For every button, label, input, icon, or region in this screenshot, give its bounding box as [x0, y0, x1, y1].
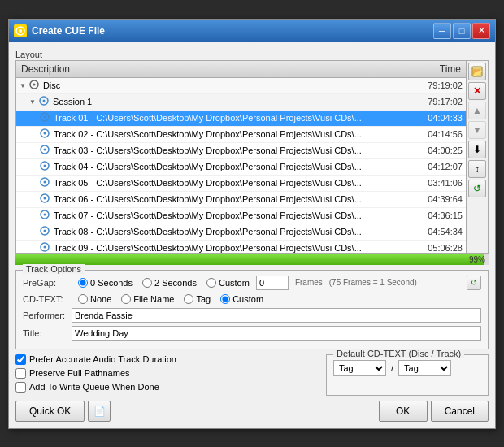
add-button[interactable]: 📂: [468, 63, 486, 80]
pregap-0sec: 0 Seconds: [78, 278, 133, 288]
accurate-label: Prefer Accurate Audio Track Duration: [29, 354, 176, 364]
track-description: Track 09 - C:\Users\Scott\Desktop\My Dro…: [54, 243, 414, 253]
track-time: 04:54:34: [414, 227, 463, 237]
accurate-checkbox[interactable]: [15, 354, 26, 365]
track-type-icon: [39, 160, 50, 174]
pregap-2sec: 2 Seconds: [142, 278, 197, 288]
track-row[interactable]: Track 02 - C:\Users\Scott\Desktop\My Dro…: [16, 127, 466, 143]
track-description: Track 03 - C:\Users\Scott\Desktop\My Dro…: [54, 145, 414, 155]
track-row[interactable]: Track 07 - C:\Users\Scott\Desktop\My Dro…: [16, 208, 466, 224]
fullpath-label: Preserve Full Pathnames: [29, 368, 130, 378]
button-bar: Quick OK 📄 OK Cancel: [15, 401, 489, 422]
pregap-custom-radio[interactable]: [206, 278, 216, 288]
quick-ok-button[interactable]: Quick OK: [15, 401, 85, 422]
track-type-icon: [39, 176, 50, 190]
cdtext-label: CD-TEXT:: [23, 294, 72, 304]
minimize-button[interactable]: ─: [433, 23, 451, 39]
track-row[interactable]: Track 06 - C:\Users\Scott\Desktop\My Dro…: [16, 192, 466, 208]
cd-text-default-label: Default CD-TEXT (Disc / Track): [333, 349, 464, 358]
disc-cdtext-select[interactable]: Tag File Name None Custom: [333, 360, 386, 376]
btn-left: Quick OK 📄: [15, 401, 111, 422]
maximize-button[interactable]: □: [453, 23, 471, 39]
col-time: Time: [408, 63, 461, 75]
pregap-0sec-radio[interactable]: [78, 278, 88, 288]
remove-button[interactable]: ✕: [468, 82, 486, 100]
title-label: Title:: [23, 328, 72, 338]
svg-point-23: [44, 245, 46, 248]
cdtext-tag: Tag: [184, 294, 211, 304]
track-row[interactable]: Track 08 - C:\Users\Scott\Desktop\My Dro…: [16, 224, 466, 241]
track-description: Track 04 - C:\Users\Scott\Desktop\My Dro…: [54, 162, 414, 171]
cd-text-default-section: Default CD-TEXT (Disc / Track) Tag File …: [326, 354, 489, 396]
checkbox-accurate: Prefer Accurate Audio Track Duration: [15, 354, 319, 365]
frames-label: Frames: [295, 278, 323, 287]
cdtext-filename-label: File Name: [133, 294, 174, 304]
track-type-icon: [38, 95, 50, 109]
down-button[interactable]: ▼: [468, 121, 486, 139]
title-row: Title:: [23, 326, 481, 341]
track-row[interactable]: Track 01 - C:\Users\Scott\Desktop\My Dro…: [16, 111, 466, 127]
titlebar-buttons: ─ □ ✕: [433, 23, 490, 39]
cdtext-filename: File Name: [121, 294, 174, 304]
pregap-custom-label: Custom: [219, 278, 250, 288]
titlebar: Create CUE File ─ □ ✕: [9, 20, 495, 42]
right-toolbar: 📂 ✕ ▲ ▼ ⬇ ↕ ↺: [466, 61, 488, 253]
track-row[interactable]: Track 03 - C:\Users\Scott\Desktop\My Dro…: [16, 143, 466, 159]
queue-label: Add To Write Queue When Done: [29, 382, 159, 392]
title-input[interactable]: [72, 326, 481, 341]
ok-button[interactable]: OK: [379, 401, 428, 422]
pregap-2sec-radio[interactable]: [142, 278, 152, 288]
svg-point-17: [44, 197, 46, 199]
cdtext-custom-radio[interactable]: [220, 294, 230, 304]
track-description: Track 05 - C:\Users\Scott\Desktop\My Dro…: [54, 178, 414, 188]
pregap-refresh-button[interactable]: ↺: [467, 276, 481, 290]
col-description: Description: [21, 63, 408, 75]
pregap-radio-group: 0 Seconds 2 Seconds Custom: [78, 278, 250, 288]
svg-point-1: [19, 29, 22, 33]
cdtext-radio-group: None File Name Tag Custom: [78, 294, 263, 304]
track-row[interactable]: ▼Disc79:19:02: [16, 78, 466, 94]
track-cdtext-select[interactable]: Tag File Name None Custom: [398, 360, 451, 376]
pregap-custom-input[interactable]: [256, 276, 289, 290]
track-row[interactable]: ▼Session 179:17:02: [16, 94, 466, 111]
svg-point-9: [44, 132, 46, 134]
track-type-icon: [39, 241, 50, 253]
track-row[interactable]: Track 05 - C:\Users\Scott\Desktop\My Dro…: [16, 176, 466, 192]
queue-checkbox[interactable]: [15, 382, 26, 393]
track-type-icon: [39, 128, 50, 141]
track-description: Disc: [43, 80, 414, 90]
svg-point-7: [44, 115, 46, 118]
checkbox-queue: Add To Write Queue When Done: [15, 382, 319, 393]
pregap-label: PreGap:: [23, 278, 72, 288]
fullpath-checkbox[interactable]: [15, 368, 26, 379]
track-time: 04:12:07: [414, 162, 463, 171]
track-list[interactable]: ▼Disc79:19:02▼Session 179:17:02Track 01 …: [16, 78, 466, 253]
track-row[interactable]: Track 04 - C:\Users\Scott\Desktop\My Dro…: [16, 159, 466, 176]
performer-row: Performer:: [23, 308, 481, 323]
download-button[interactable]: ⬇: [468, 141, 486, 158]
cdtext-custom-label: Custom: [232, 294, 263, 304]
app-icon: [14, 24, 27, 37]
checkboxes-col: Prefer Accurate Audio Track Duration Pre…: [15, 354, 319, 396]
pregap-custom: Custom: [206, 278, 250, 288]
performer-input[interactable]: [72, 308, 481, 323]
sort-button[interactable]: ↕: [468, 160, 486, 178]
track-options-label: Track Options: [23, 264, 85, 274]
svg-text:📂: 📂: [472, 67, 483, 77]
up-button[interactable]: ▲: [468, 102, 486, 119]
svg-point-19: [44, 213, 46, 215]
document-button[interactable]: 📄: [88, 401, 111, 422]
progress-bar-fill: [15, 254, 484, 265]
cdtext-none-label: None: [90, 294, 111, 304]
cdtext-tag-label: Tag: [196, 294, 211, 304]
cdtext-none-radio[interactable]: [78, 294, 88, 304]
cdtext-row: CD-TEXT: None File Name Tag: [23, 294, 481, 304]
pregap-row: PreGap: 0 Seconds 2 Seconds Custom: [23, 276, 481, 290]
refresh-button[interactable]: ↺: [468, 180, 486, 197]
cancel-button[interactable]: Cancel: [431, 401, 489, 422]
cdtext-filename-radio[interactable]: [121, 294, 131, 304]
close-button[interactable]: ✕: [472, 23, 490, 39]
track-row[interactable]: Track 09 - C:\Users\Scott\Desktop\My Dro…: [16, 241, 466, 253]
pregap-2sec-label: 2 Seconds: [154, 278, 197, 288]
cdtext-tag-radio[interactable]: [184, 294, 193, 304]
